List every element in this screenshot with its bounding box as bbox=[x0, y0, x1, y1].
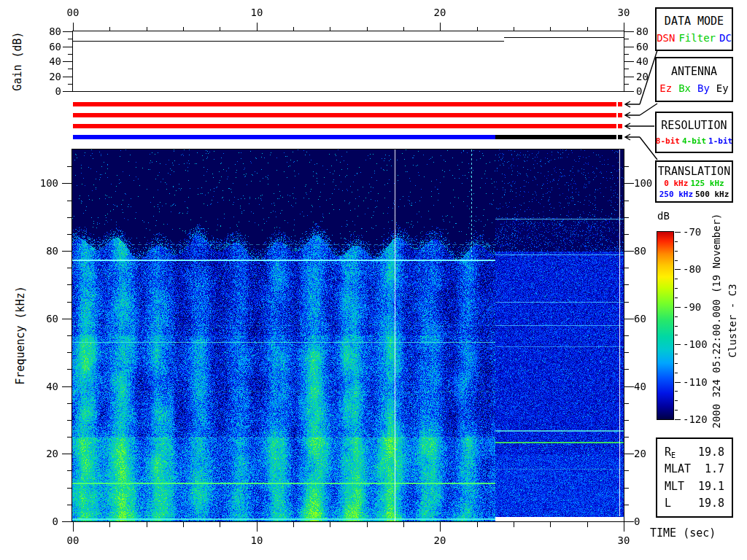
freq-left-tick bbox=[62, 386, 71, 387]
gain-top-minor-tick bbox=[183, 27, 184, 31]
colorbar-tick-label: -80 bbox=[683, 263, 712, 275]
freq-right-minor-tick bbox=[624, 470, 629, 471]
translation-option-0khz: 0 kHz bbox=[664, 179, 688, 188]
colorbar-minor-tick bbox=[675, 279, 678, 279]
ephemeris-row-mlt: MLT 19.1 bbox=[657, 480, 732, 493]
data-mode-option-dsn: DSN bbox=[657, 32, 675, 44]
colorbar-minor-tick bbox=[675, 288, 678, 289]
freq-left-minor-tick bbox=[67, 488, 71, 489]
colorbar-tick bbox=[675, 419, 681, 420]
colorbar-minor-tick bbox=[675, 373, 678, 373]
gain-top-tick-label: 10 bbox=[246, 7, 268, 18]
time-bottom-minor-tick bbox=[587, 522, 588, 527]
freq-left-minor-tick bbox=[67, 166, 71, 167]
antenna-option-ez: Ez bbox=[659, 82, 672, 94]
gain-top-minor-tick bbox=[477, 27, 478, 31]
freq-ytick-label: 0 bbox=[34, 516, 58, 527]
ephemeris-value: 1.7 bbox=[705, 462, 724, 475]
gain-right-tick bbox=[624, 47, 634, 47]
freq-right-tick bbox=[624, 454, 634, 454]
translation-bar-end-square bbox=[618, 135, 622, 139]
gain-line-segment bbox=[73, 41, 504, 42]
freq-ytick-label: 60 bbox=[34, 313, 58, 324]
ephemeris-label: RE bbox=[665, 446, 676, 459]
freq-right-minor-tick bbox=[624, 488, 629, 489]
resolution-option-4bit: 4-bit bbox=[682, 136, 706, 146]
panel-translation-row2: 250 kHz 500 kHz bbox=[659, 190, 729, 199]
freq-right-tick bbox=[624, 319, 634, 319]
time-tick-label: 20 bbox=[429, 534, 451, 546]
time-tick-label: 00 bbox=[62, 534, 84, 546]
time-bottom-tick bbox=[257, 522, 258, 532]
gain-top-minor-tick bbox=[109, 27, 110, 31]
freq-left-tick bbox=[62, 251, 71, 252]
freq-ytick-label-right: 20 bbox=[634, 448, 659, 459]
freq-left-minor-tick bbox=[67, 284, 71, 285]
colorbar-tick bbox=[675, 307, 681, 308]
panel-data-mode: DATA MODE DSN Filter DC bbox=[655, 7, 733, 51]
timestamp-label: 2000 324 05:22:00.000 (19 November) bbox=[711, 213, 722, 428]
resolution-bar-segment bbox=[73, 124, 616, 128]
freq-left-minor-tick bbox=[67, 217, 71, 218]
time-tick-label: 30 bbox=[613, 534, 635, 546]
time-axis-title: TIME (sec) bbox=[650, 526, 716, 540]
time-bottom-minor-tick bbox=[514, 522, 514, 527]
colorbar-minor-tick bbox=[675, 354, 678, 354]
freq-ytick-label-right: 40 bbox=[634, 381, 659, 392]
freq-ytick-label-right: 80 bbox=[634, 245, 659, 257]
gain-top-tick bbox=[440, 23, 441, 31]
time-bottom-minor-tick bbox=[550, 522, 551, 527]
wbd-spectrogram-page: Gain (dB) Frequency (kHz) dB 2000 324 05… bbox=[0, 0, 747, 560]
time-bottom-minor-tick bbox=[183, 522, 184, 527]
freq-ytick-label-right: 0 bbox=[634, 516, 659, 527]
frequency-axis-title: Frequency (kHz) bbox=[14, 286, 27, 384]
gain-plot-frame bbox=[72, 31, 624, 92]
resolution-option-1bit: 1-bit bbox=[708, 136, 732, 146]
ephemeris-row-re: RE 19.8 bbox=[657, 446, 732, 459]
gain-right-tick bbox=[624, 77, 634, 77]
colorbar-tick-label: -110 bbox=[683, 376, 712, 388]
freq-ytick-label: 100 bbox=[34, 177, 58, 189]
gain-left-minor-tick bbox=[68, 84, 72, 85]
freq-ytick-label: 80 bbox=[34, 245, 58, 257]
gain-left-minor-tick bbox=[68, 54, 72, 55]
panel-data-mode-title: DATA MODE bbox=[665, 15, 724, 28]
gain-top-minor-tick bbox=[514, 27, 514, 31]
gain-top-tick-label: 30 bbox=[613, 7, 635, 18]
panel-translation: TRANSLATION 0 kHz 125 kHz 250 kHz 500 kH… bbox=[655, 160, 733, 203]
colorbar-minor-tick bbox=[675, 335, 678, 335]
freq-right-minor-tick bbox=[624, 403, 629, 404]
freq-right-minor-tick bbox=[624, 352, 629, 353]
ephemeris-row-l: L 19.8 bbox=[657, 497, 732, 510]
ephemeris-panel: RE 19.8 MLAT 1.7 MLT 19.1 L 19.8 bbox=[656, 438, 733, 518]
gain-top-minor-tick bbox=[147, 27, 147, 31]
time-bottom-minor-tick bbox=[477, 522, 478, 527]
freq-left-minor-tick bbox=[67, 505, 71, 505]
freq-ytick-label: 20 bbox=[34, 448, 58, 459]
data-mode-option-dc: DC bbox=[719, 32, 732, 44]
panel-antenna-title: ANTENNA bbox=[671, 65, 717, 78]
gain-top-tick bbox=[624, 23, 624, 31]
gain-left-tick bbox=[63, 31, 72, 32]
freq-right-minor-tick bbox=[624, 437, 629, 438]
freq-right-minor-tick bbox=[624, 369, 629, 370]
freq-right-minor-tick bbox=[624, 201, 629, 201]
gain-top-minor-tick bbox=[550, 27, 551, 31]
data-mode-bar-end-square bbox=[618, 102, 622, 106]
colorbar-tick bbox=[675, 344, 681, 345]
ephemeris-value: 19.1 bbox=[698, 480, 724, 493]
panel-antenna: ANTENNA Ez Bx By Ey bbox=[655, 57, 733, 102]
freq-right-minor-tick bbox=[624, 268, 629, 268]
freq-left-minor-tick bbox=[67, 201, 71, 201]
gain-top-minor-tick bbox=[587, 27, 588, 31]
freq-left-minor-tick bbox=[67, 470, 71, 471]
ephemeris-label: MLAT bbox=[665, 462, 691, 475]
colorbar-tick-label: -120 bbox=[683, 413, 712, 425]
gain-top-tick-label: 00 bbox=[62, 7, 84, 18]
translation-option-125khz: 125 kHz bbox=[690, 179, 724, 188]
freq-right-minor-tick bbox=[624, 335, 629, 336]
gain-left-tick bbox=[63, 47, 72, 47]
resolution-option-8bit: 8-bit bbox=[656, 136, 680, 146]
colorbar-tick bbox=[675, 382, 681, 383]
freq-left-minor-tick bbox=[67, 437, 71, 438]
